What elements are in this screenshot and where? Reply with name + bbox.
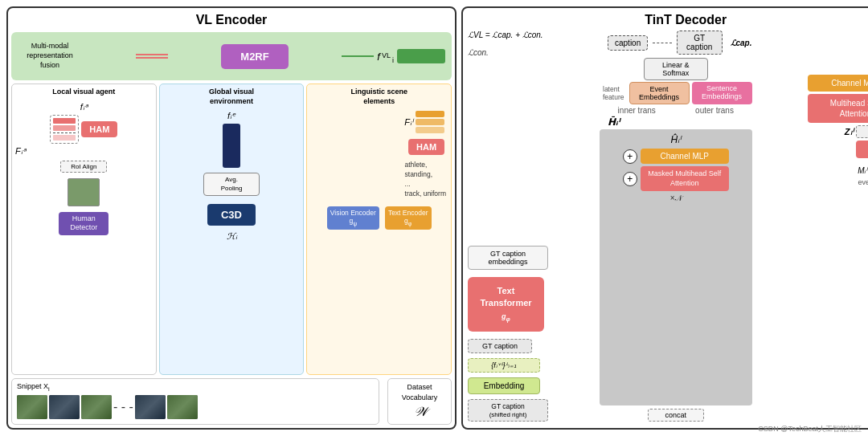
- snippet-img-3: [81, 395, 112, 419]
- channel-mlp-row: + Channel MLP: [604, 149, 747, 164]
- times-n-label: ×𝒩: [604, 194, 747, 203]
- snippet-label: Snippet Xi: [17, 382, 374, 393]
- local-visual-panel: Local visual agent fᵢᵃ: [11, 84, 157, 375]
- linear-softmax-box: Linear & Softmax: [644, 58, 708, 80]
- gt-caption-embeddings-box: GT captionembeddings: [468, 246, 548, 270]
- concat-right-box: concat: [856, 125, 868, 138]
- vision-encoder-box: Vision Encodergψ: [327, 206, 379, 230]
- m-label-row: Mᵢˡ₋₁ stack: [858, 164, 868, 177]
- loss-con-label: ℒcon.: [468, 48, 596, 57]
- global-visual-title: Global visualenvironment: [163, 88, 301, 106]
- fi-a-big-label: Fᵢᵃ: [15, 146, 26, 157]
- multihead-sa-box: Multihead Self Attention: [808, 94, 868, 123]
- fie-label: fᵢᵉ: [227, 111, 235, 121]
- person-image: [68, 178, 100, 206]
- fi-a-label: fᵢᵃ: [80, 102, 88, 112]
- ham-box-linguistic: HAM: [408, 139, 444, 155]
- multimodal-label: Multi-modalrepresentationfusion: [18, 42, 82, 70]
- gt-caption-shifted-box: GT caption(shifted right): [468, 399, 548, 422]
- trans-labels-row: inner trans outer trans: [600, 106, 752, 115]
- inner-block: Ĥᵢˡ + Channel MLP + Masked Multihead Sel…: [600, 129, 752, 405]
- local-visual-title: Local visual agent: [15, 88, 153, 97]
- channel-mlp-inner: Channel MLP: [641, 149, 729, 164]
- tint-decoder-panel: TinT Decoder ℒVL = ℒcap. + ℒcon. ℒcon. G…: [461, 6, 868, 430]
- ham-box-local: HAM: [81, 121, 117, 137]
- vocab-script: 𝒲: [414, 403, 426, 421]
- vl-encoder-title: VL Encoder: [11, 11, 452, 32]
- words-list: athlete,standing,...track, uniform: [405, 161, 447, 199]
- fie-feature-bar: [223, 124, 240, 168]
- tint-center-col: caption GT caption ℒcap. Linear & Softma…: [600, 31, 752, 422]
- inner-trans-label: inner trans: [618, 106, 656, 115]
- caption-output-row: caption GT caption ℒcap.: [608, 31, 752, 55]
- snippet-images: - - -: [17, 395, 374, 419]
- encoder-pair: Vision Encodergψ Text Encodergφ: [326, 205, 433, 231]
- gt-caption-top-box: GT caption: [677, 31, 723, 55]
- m2rf-box: M2RF: [221, 44, 288, 69]
- snippet-img-4: [135, 395, 166, 419]
- avg-pooling-box: Avg.Pooling: [203, 173, 260, 196]
- tint-decoder-title: TinT Decoder: [468, 11, 868, 31]
- fi-a-feature-stack: [50, 115, 79, 144]
- vl-encoder-panel: VL Encoder Multi-modalrepresentationfusi…: [6, 6, 457, 430]
- linguistic-scene-panel: Linguistic sceneelements Fᵢˡ H: [306, 84, 452, 375]
- masked-mh-row: + Masked Multihead Self Attention: [604, 166, 747, 191]
- sentence-embeddings-box: Sentence Embeddings: [692, 82, 752, 104]
- snippet-img-2: [49, 395, 80, 419]
- gt-caption-bottom-box: GT caption: [468, 339, 532, 353]
- global-visual-panel: Global visualenvironment fᵢᵉ Avg.Pooling…: [159, 84, 305, 375]
- embedding-box: Embedding: [468, 377, 540, 394]
- event-memory-label: event memory: [858, 178, 868, 186]
- multimodal-area: Multi-modalrepresentationfusion M2RF f V…: [11, 32, 452, 80]
- roi-align-box: RoI Align: [60, 161, 107, 173]
- fil-label: Fᵢˡ: [404, 117, 413, 128]
- plus-circle-2: +: [623, 172, 637, 186]
- watermark: CSDN @TechBeat人工智能社区: [758, 424, 862, 434]
- human-detector-box: Human Detector: [59, 212, 108, 235]
- dataset-label: DatasetVocabulary: [402, 382, 438, 402]
- stack-memory-group: Mᵢˡ₋₁ stack event memory ×𝒩: [755, 164, 868, 198]
- channel-mlp-outer-wrap: Channel MLP: [808, 75, 868, 92]
- hbar-label: H̄ᵢˡ: [608, 116, 620, 128]
- snippet-area: Snippet Xi - - -: [11, 378, 379, 425]
- tint-left-col: ℒVL = ℒcap. + ℒcon. ℒcon. GT captionembe…: [468, 31, 596, 422]
- dataset-vocab-box: DatasetVocabulary 𝒲: [387, 378, 452, 425]
- plus-circle-1: +: [623, 149, 637, 164]
- z-label: Zᵢˡ: [845, 127, 854, 137]
- text-transformer-box: Text Transformer gφ: [468, 277, 544, 332]
- channel-mlp-outer: Channel MLP: [808, 75, 868, 92]
- m-label: Mᵢˡ₋₁: [858, 166, 868, 175]
- multihead-sa-wrap: Multihead Self Attention: [808, 94, 868, 123]
- event-embeddings-box: Event Embeddings: [629, 82, 690, 104]
- tint-decoder-content: ℒVL = ℒcap. + ℒcon. ℒcon. GT captionembe…: [468, 31, 868, 422]
- hhat-label: Ĥᵢˡ: [604, 134, 747, 145]
- vl-content: Multi-modalrepresentationfusion M2RF f V…: [11, 32, 452, 425]
- embeddings-row: latent feature Event Embeddings Sentence…: [603, 82, 752, 104]
- ham-right-box: HAM: [856, 141, 868, 158]
- latent-feature-label: latent feature: [603, 85, 626, 101]
- hi-label: ℋᵢ: [227, 231, 237, 242]
- vl-middle-row: Local visual agent fᵢᵃ: [11, 84, 452, 375]
- masked-mh-box: Masked Multihead Self Attention: [641, 166, 729, 191]
- ham-right-wrap: HAM: [856, 141, 868, 158]
- snippet-img-1: [17, 395, 47, 419]
- caption-output-box: caption: [608, 35, 648, 51]
- linguistic-scene-title: Linguistic sceneelements: [310, 88, 448, 106]
- fvl-label: f: [377, 51, 380, 63]
- snippet-img-5: [167, 395, 198, 419]
- c3d-box: C3D: [207, 204, 256, 226]
- tint-right-col: Channel MLP Multihead Self Attention Zᵢˡ…: [755, 31, 868, 422]
- text-encoder-box: Text Encodergφ: [385, 206, 432, 230]
- bottom-area: Snippet Xi - - - DatasetVocabulary 𝒲: [11, 378, 452, 425]
- snippet-dots: - - -: [113, 400, 133, 414]
- loss-cap-label: ℒcap.: [731, 39, 752, 47]
- fvl-feature-rect: [397, 49, 445, 63]
- fvl-set-box: {fᵢᵛᴸ}ᴸᵢ₌₁: [468, 358, 540, 373]
- main-container: VL Encoder Multi-modalrepresentationfusi…: [0, 0, 868, 436]
- outer-trans-label: outer trans: [695, 106, 734, 115]
- concat-box: concat: [648, 409, 704, 422]
- formula: ℒVL = ℒcap. + ℒcon.: [468, 31, 596, 39]
- concat-right-row: Zᵢˡ concat: [845, 125, 868, 138]
